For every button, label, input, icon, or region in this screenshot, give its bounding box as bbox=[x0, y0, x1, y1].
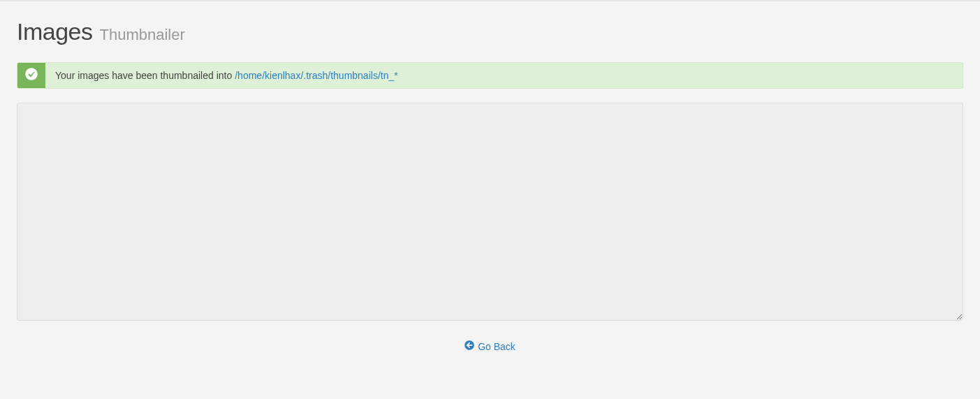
success-alert: Your images have been thumbnailed into /… bbox=[17, 62, 963, 89]
alert-message: Your images have been thumbnailed into bbox=[55, 70, 232, 81]
page-subtitle: Thumbnailer bbox=[100, 26, 185, 44]
alert-path-link[interactable]: /home/kienlhax/.trash/thumbnails/tn_* bbox=[235, 70, 397, 81]
footer-link-wrap: Go Back bbox=[17, 340, 963, 353]
go-back-link[interactable]: Go Back bbox=[465, 340, 515, 352]
check-circle-icon bbox=[25, 68, 38, 83]
alert-body: Your images have been thumbnailed into /… bbox=[45, 63, 408, 88]
page-title: Images bbox=[17, 18, 93, 45]
go-back-label: Go Back bbox=[478, 341, 515, 352]
arrow-circle-left-icon bbox=[465, 340, 474, 352]
page-container: Images Thumbnailer Your images have been… bbox=[0, 1, 980, 381]
alert-icon-box bbox=[17, 63, 45, 88]
page-header: Images Thumbnailer bbox=[17, 18, 963, 45]
output-textarea[interactable] bbox=[17, 103, 963, 321]
